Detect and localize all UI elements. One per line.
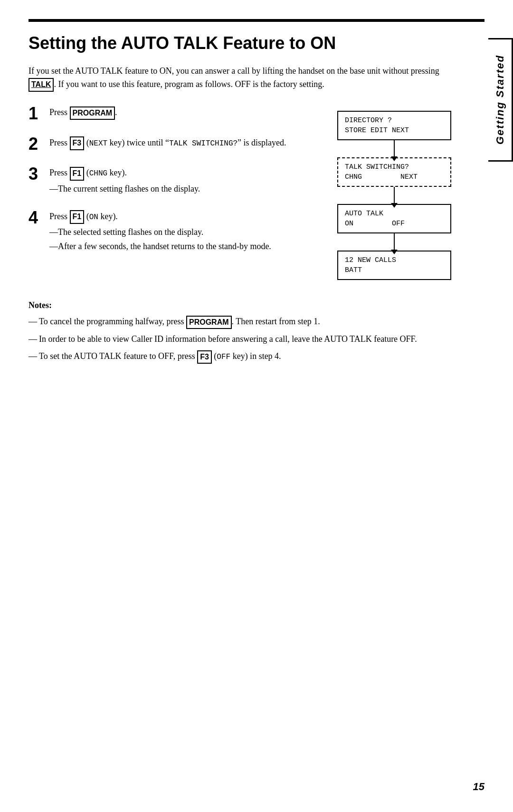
main-content: 1 Press PROGRAM. 2 Press F3 (NEXT key) t… bbox=[28, 106, 456, 280]
diagram-box-2-line-1: TALK SWITCHING? bbox=[345, 162, 444, 172]
step-4: 4 Press F1 (ON key). —The selected setti… bbox=[28, 210, 323, 254]
note-item-2: — In order to be able to view Caller ID … bbox=[28, 333, 456, 346]
step-3-main: Press F1 (CHNG key). bbox=[49, 166, 323, 180]
step-4-content: Press F1 (ON key). —The selected setting… bbox=[49, 210, 323, 254]
step-4-sub: —The selected setting flashes on the dis… bbox=[49, 226, 323, 253]
step-3-number: 3 bbox=[28, 164, 49, 184]
step-2-main: Press F3 (NEXT key) twice until “TALK SW… bbox=[49, 136, 323, 150]
diagram-box-4-line-2: BATT bbox=[345, 265, 444, 275]
notes-section: Notes: — To cancel the programming halfw… bbox=[28, 299, 456, 364]
diagram-box-3-line-2: ON OFF bbox=[345, 219, 444, 229]
diagram-box-4: 12 NEW CALLS BATT bbox=[337, 251, 451, 280]
page-container: Getting Started Setting the AUTO TALK Fe… bbox=[0, 0, 513, 812]
talk-key: TALK bbox=[28, 78, 54, 92]
diagram-column: DIRECTORY ? STORE EDIT NEXT TALK SWITCHI… bbox=[332, 106, 456, 280]
step-4-sub-2: —After a few seconds, the handset return… bbox=[49, 240, 323, 253]
f3-key-note3: F3 bbox=[197, 350, 212, 364]
program-key-note1: PROGRAM bbox=[186, 316, 232, 329]
step-3-sub-1: —The current setting flashes on the disp… bbox=[49, 183, 323, 196]
note-2-dash: — bbox=[28, 333, 39, 346]
diagram-box-4-line-1: 12 NEW CALLS bbox=[345, 255, 444, 265]
page-title: Setting the AUTO TALK Feature to ON bbox=[28, 33, 456, 53]
diagram-box-2: TALK SWITCHING? CHNG NEXT bbox=[337, 157, 451, 187]
diagram-arrow-1 bbox=[394, 140, 395, 157]
notes-title: Notes: bbox=[28, 299, 456, 312]
note-1-dash: — bbox=[28, 315, 39, 329]
step-3-sub: —The current setting flashes on the disp… bbox=[49, 183, 323, 196]
diagram-box-2-line-2: CHNG NEXT bbox=[345, 172, 444, 182]
side-tab-text: Getting Started bbox=[494, 55, 506, 145]
step-4-main: Press F1 (ON key). bbox=[49, 210, 323, 224]
step-2: 2 Press F3 (NEXT key) twice until “TALK … bbox=[28, 136, 323, 154]
f1-key-step4: F1 bbox=[70, 210, 85, 224]
diagram-arrow-3 bbox=[394, 233, 395, 251]
diagram-box-1-line-2: STORE EDIT NEXT bbox=[345, 126, 444, 135]
f1-key-step3: F1 bbox=[70, 167, 85, 181]
side-tab: Getting Started bbox=[488, 38, 513, 162]
intro-paragraph: If you set the AUTO TALK feature to ON, … bbox=[28, 65, 456, 92]
note-3-dash: — bbox=[28, 350, 39, 364]
step-1: 1 Press PROGRAM. bbox=[28, 106, 323, 123]
step-1-content: Press PROGRAM. bbox=[49, 106, 323, 122]
steps-column: 1 Press PROGRAM. 2 Press F3 (NEXT key) t… bbox=[28, 106, 332, 280]
note-2-text: In order to be able to view Caller ID in… bbox=[39, 333, 456, 346]
page-number: 15 bbox=[473, 781, 484, 793]
note-1-text: To cancel the programming halfway, press… bbox=[39, 315, 456, 329]
top-border bbox=[28, 19, 484, 22]
step-1-main: Press PROGRAM. bbox=[49, 106, 323, 120]
diagram-box-1-line-1: DIRECTORY ? bbox=[345, 116, 444, 126]
step-4-number: 4 bbox=[28, 208, 49, 227]
step-2-content: Press F3 (NEXT key) twice until “TALK SW… bbox=[49, 136, 323, 152]
step-3: 3 Press F1 (CHNG key). —The current sett… bbox=[28, 166, 323, 196]
step-3-content: Press F1 (CHNG key). —The current settin… bbox=[49, 166, 323, 196]
diagram-box-1: DIRECTORY ? STORE EDIT NEXT bbox=[337, 111, 451, 140]
diagram-box-3: AUTO TALK ON OFF bbox=[337, 204, 451, 233]
step-2-number: 2 bbox=[28, 135, 49, 154]
program-key-step1: PROGRAM bbox=[70, 106, 115, 120]
step-4-sub-1: —The selected setting flashes on the dis… bbox=[49, 226, 323, 239]
note-item-3: — To set the AUTO TALK feature to OFF, p… bbox=[28, 350, 456, 364]
note-item-1: — To cancel the programming halfway, pre… bbox=[28, 315, 456, 329]
f3-key-step2: F3 bbox=[70, 136, 85, 150]
diagram-box-3-line-1: AUTO TALK bbox=[345, 209, 444, 219]
note-3-text: To set the AUTO TALK feature to OFF, pre… bbox=[39, 350, 456, 364]
diagram-arrow-2 bbox=[394, 187, 395, 204]
step-1-number: 1 bbox=[28, 104, 49, 123]
